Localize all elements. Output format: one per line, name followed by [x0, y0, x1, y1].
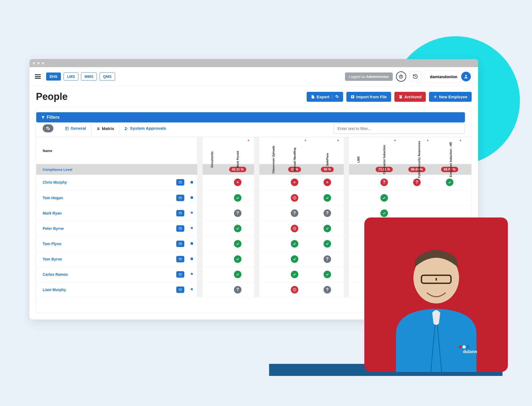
table-row: Tom Hogan	[36, 190, 471, 205]
plus-icon	[433, 95, 437, 99]
page-title: People	[36, 91, 68, 102]
archived-button[interactable]: Archived	[394, 92, 426, 102]
filters-button[interactable]: Filters	[36, 112, 465, 122]
person-illustration: dulann	[380, 238, 493, 372]
employee-name[interactable]: Liam Murphy	[36, 282, 176, 297]
employee-name[interactable]: Chris Murphy	[36, 175, 176, 190]
type-icon	[190, 226, 194, 231]
status-icon: ?	[234, 286, 241, 293]
help-button[interactable]	[396, 71, 406, 82]
status-icon	[291, 225, 298, 232]
status-icon	[234, 255, 241, 263]
status-icon	[380, 194, 388, 202]
employee-name[interactable]: Tom Hogan	[36, 190, 176, 205]
employee-name[interactable]: Peter Byrne	[36, 221, 176, 236]
status-icon	[234, 240, 241, 248]
status-icon	[446, 179, 453, 186]
type-icon	[190, 180, 194, 185]
new-employee-button[interactable]: New Employee	[429, 92, 472, 102]
col-lms: LMS	[349, 137, 368, 164]
status-icon: ?	[324, 209, 331, 217]
status-icon	[291, 271, 298, 278]
email-button[interactable]	[176, 179, 184, 186]
col-work-permit: *Work Permit	[221, 137, 254, 164]
status-icon	[291, 194, 298, 202]
status-icon	[291, 240, 298, 248]
type-icon	[190, 196, 194, 200]
history-button[interactable]	[409, 71, 421, 82]
status-icon	[324, 179, 331, 186]
window-dot	[33, 62, 35, 64]
email-button[interactable]	[176, 287, 184, 293]
col-cyber-security: *Cyber Security Awareness	[401, 137, 433, 164]
status-icon	[234, 225, 241, 232]
email-button[interactable]	[176, 195, 184, 201]
employee-name[interactable]: Carlos Ramos	[36, 267, 176, 282]
status-icon	[324, 240, 331, 248]
svg-point-1	[401, 77, 401, 78]
import-icon	[351, 95, 355, 99]
email-button[interactable]	[176, 225, 184, 232]
status-icon	[291, 255, 298, 263]
gear-icon	[46, 126, 50, 130]
col-employee-induction: *Employee Induction - HR	[433, 137, 466, 164]
status-icon	[234, 179, 241, 186]
status-icon: ?	[324, 255, 331, 263]
svg-point-12	[459, 345, 462, 349]
type-icon	[190, 242, 194, 246]
status-icon	[291, 179, 298, 186]
col-classroom-uploads: Classroom Uploads	[259, 137, 278, 164]
module-tab-ehs[interactable]: EHS	[46, 73, 61, 81]
type-icon	[190, 272, 194, 277]
subtab-approvals-label: System Approvals	[130, 126, 166, 131]
type-icon	[190, 257, 194, 261]
subtab-matrix[interactable]: Matrix	[91, 123, 119, 135]
col-name: Name	[36, 137, 176, 164]
export-button[interactable]: Export	[307, 92, 343, 102]
hash-icon	[96, 127, 100, 131]
status-icon	[324, 271, 331, 278]
hamburger-menu-icon[interactable]	[35, 74, 41, 79]
user-menu[interactable]: damiandonlon	[424, 70, 473, 83]
email-button[interactable]	[176, 210, 184, 216]
status-icon	[380, 209, 388, 217]
logged-as-badge: Logged as Administrator	[345, 73, 393, 81]
import-button[interactable]: Import from File	[346, 92, 391, 102]
svg-point-13	[463, 345, 466, 349]
filter-input[interactable]	[333, 123, 465, 134]
panel-settings-button[interactable]	[43, 124, 53, 132]
email-button[interactable]	[176, 241, 184, 247]
status-icon	[234, 271, 241, 278]
module-tab-lms[interactable]: LMS	[64, 73, 79, 81]
compliance-cyber: 86.67 %	[408, 167, 425, 172]
employee-name[interactable]: Tom Byrne	[36, 251, 176, 267]
module-tab-mms[interactable]: MMS	[81, 73, 97, 81]
export-icon	[311, 95, 315, 99]
status-icon	[234, 194, 241, 202]
history-icon	[413, 74, 418, 79]
subtab-system-approvals[interactable]: System Approvals	[119, 122, 171, 134]
svg-text:dulann: dulann	[463, 349, 477, 354]
status-icon	[291, 286, 298, 293]
module-tab-qms[interactable]: QMS	[100, 73, 115, 81]
col-documents: Documents	[203, 137, 221, 164]
email-button[interactable]	[176, 256, 184, 262]
col-safepass: *SafePass	[311, 137, 344, 164]
employee-name[interactable]: Mark Ryan	[36, 205, 176, 221]
email-button[interactable]	[176, 271, 184, 278]
subtab-matrix-label: Matrix	[102, 126, 114, 131]
grid-icon	[65, 126, 69, 130]
export-settings-icon[interactable]	[332, 95, 339, 99]
employee-name[interactable]: Tom Flynn	[36, 236, 176, 251]
compliance-row: Compliance Level 42.31 % 32 % 36 % 73.91…	[36, 164, 471, 175]
window-titlebar	[30, 59, 478, 67]
compliance-safepass: 36 %	[321, 167, 333, 172]
compliance-label: Compliance Level	[36, 164, 197, 175]
user-approve-icon	[124, 126, 128, 130]
col-manual-handling: *Manual Handling	[278, 137, 311, 164]
window-dot	[42, 62, 44, 64]
window-dot	[37, 62, 40, 64]
archived-label: Archived	[404, 95, 421, 99]
username-label: damiandonlon	[428, 74, 459, 79]
subtab-general[interactable]: General	[60, 122, 91, 134]
